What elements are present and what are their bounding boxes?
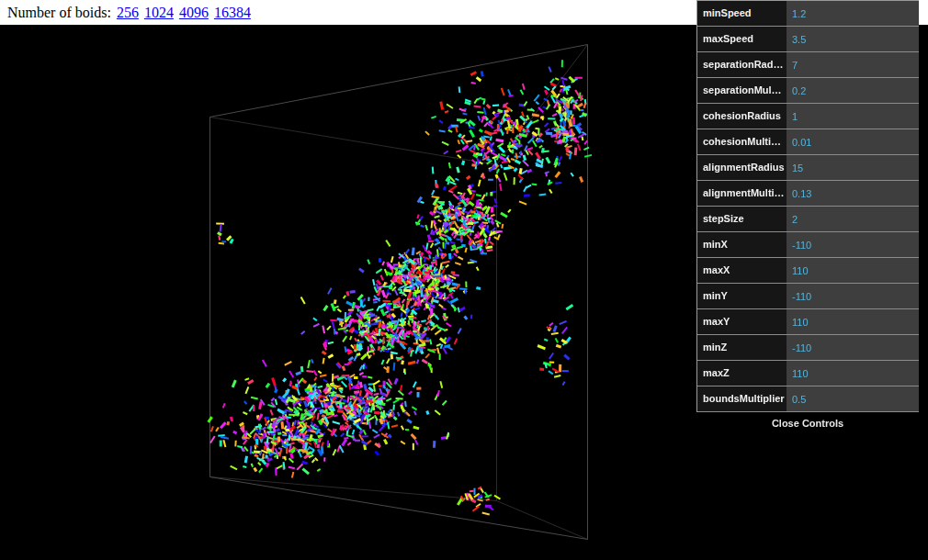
gui-row: cohesionRadius [697, 104, 919, 129]
gui-row: separationMultiplier [697, 78, 919, 104]
gui-number-input[interactable] [787, 188, 919, 199]
gui-row-label: stepSize [697, 207, 787, 231]
gui-row-label: maxSpeed [697, 27, 787, 51]
gui-number-input[interactable] [787, 111, 919, 122]
gui-row-value-cell [787, 207, 919, 231]
gui-row-label: maxY [697, 309, 787, 334]
gui-row-label: minX [697, 232, 787, 257]
close-controls-button[interactable]: Close Controls [696, 412, 919, 434]
controls-rows: minSpeed maxSpeed separationRadius separ… [696, 0, 919, 412]
gui-row-label: minZ [697, 335, 787, 360]
gui-number-input[interactable] [787, 34, 919, 45]
gui-number-input[interactable] [787, 317, 919, 328]
gui-row: maxX [697, 258, 919, 284]
gui-row: cohesionMultiplier [697, 129, 919, 155]
gui-row-label: separationMultiplier [697, 78, 787, 103]
gui-number-input[interactable] [787, 394, 919, 405]
boids-count-link-16384[interactable]: 16384 [214, 5, 251, 21]
gui-row-value-cell [787, 52, 919, 77]
gui-row-label: minSpeed [697, 1, 787, 26]
gui-row-value-cell [787, 104, 919, 129]
gui-row-value-cell [787, 155, 919, 180]
gui-row: separationRadius [697, 52, 919, 78]
boids-count-link-256[interactable]: 256 [117, 5, 139, 21]
boids-count-label: Number of boids: [7, 5, 111, 21]
gui-row-value-cell [787, 181, 919, 206]
gui-number-input[interactable] [787, 240, 919, 251]
controls-panel: minSpeed maxSpeed separationRadius separ… [696, 0, 919, 434]
gui-row-label: maxZ [697, 361, 787, 386]
gui-row: maxSpeed [697, 27, 919, 52]
gui-row: minZ [697, 335, 919, 361]
gui-row: stepSize [697, 207, 919, 232]
gui-row-value-cell [787, 1, 919, 26]
gui-row-value-cell [787, 232, 919, 257]
gui-row: minSpeed [697, 1, 919, 27]
gui-row-value-cell [787, 258, 919, 283]
gui-row: alignmentRadius [697, 155, 919, 181]
gui-row-label: maxX [697, 258, 787, 283]
gui-row: maxY [697, 309, 919, 335]
gui-row: boundsMultiplier [697, 386, 919, 412]
gui-row-value-cell [787, 27, 919, 51]
gui-number-input[interactable] [787, 162, 919, 174]
gui-row-value-cell [787, 361, 919, 386]
gui-row-label: minY [697, 284, 787, 308]
gui-row-value-cell [787, 129, 919, 154]
gui-row-value-cell [787, 309, 919, 334]
gui-row-value-cell [787, 78, 919, 103]
gui-number-input[interactable] [787, 8, 919, 19]
boids-count-link-4096[interactable]: 4096 [179, 5, 209, 21]
gui-row: minY [697, 284, 919, 309]
gui-number-input[interactable] [787, 368, 919, 379]
gui-row-value-cell [787, 284, 919, 308]
gui-row-label: cohesionRadius [697, 104, 787, 129]
gui-row: alignmentMultiplier [697, 181, 919, 207]
gui-number-input[interactable] [787, 291, 919, 302]
gui-row-value-cell [787, 335, 919, 360]
gui-number-input[interactable] [787, 85, 919, 96]
gui-row-label: boundsMultiplier [697, 386, 787, 411]
gui-row: minX [697, 232, 919, 258]
gui-number-input[interactable] [787, 60, 919, 71]
gui-row-label: cohesionMultiplier [697, 129, 787, 154]
gui-row-label: separationRadius [697, 52, 787, 77]
gui-number-input[interactable] [787, 137, 919, 148]
gui-row-label: alignmentRadius [697, 155, 787, 180]
gui-number-input[interactable] [787, 265, 919, 276]
gui-row-value-cell [787, 386, 919, 411]
boids-count-link-1024[interactable]: 1024 [144, 5, 174, 21]
gui-number-input[interactable] [787, 342, 919, 353]
gui-number-input[interactable] [787, 214, 919, 225]
gui-row-label: alignmentMultiplier [697, 181, 787, 206]
gui-row: maxZ [697, 361, 919, 386]
